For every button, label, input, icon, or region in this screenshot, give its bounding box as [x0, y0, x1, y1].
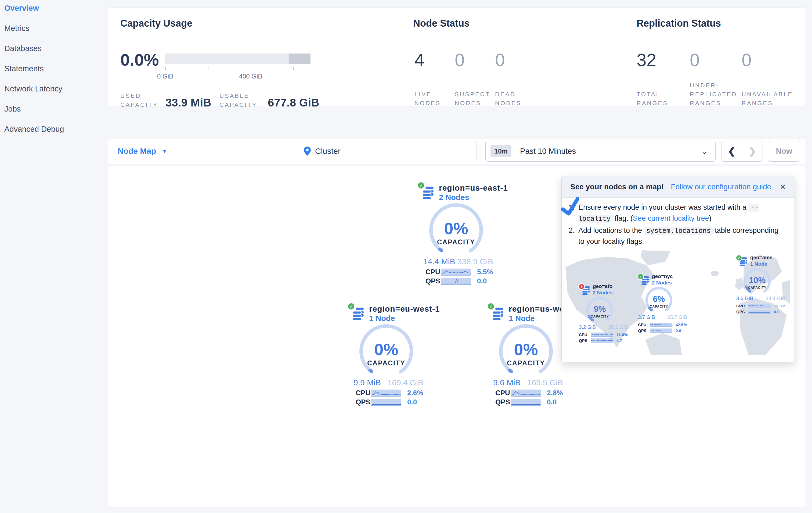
- cpu-sparkline: [441, 269, 471, 276]
- cpu-value: 42.5%: [675, 322, 687, 327]
- cpu-value: 5.5%: [477, 268, 493, 276]
- sidebar-item-databases[interactable]: Databases: [4, 41, 41, 56]
- time-range-label: Past 10 Minutes: [520, 147, 576, 156]
- live-nodes-value: 4: [414, 51, 452, 69]
- qps-row: QPS 0.0: [356, 398, 417, 406]
- used-capacity: 3.2 GiB: [579, 324, 596, 330]
- sidebar-item-metrics[interactable]: Metrics: [4, 21, 29, 36]
- cpu-sparkline: [748, 304, 771, 308]
- qps-value: 0.0: [774, 309, 780, 314]
- capacity-bar: [165, 54, 311, 64]
- used-capacity: 14.4 MiB: [423, 257, 455, 266]
- status-error-icon: !: [578, 284, 585, 290]
- used-capacity: 9.9 MiB: [353, 378, 381, 387]
- setup-step-1: 1. Ensure every node in your cluster was…: [569, 202, 785, 224]
- unavailable-label: UNAVAILABLE RANGES: [742, 90, 795, 108]
- setup-step-2: 2. Add locations to the system.locations…: [569, 225, 785, 247]
- cpu-label: CPU: [579, 332, 591, 337]
- qps-sparkline: [511, 399, 541, 406]
- used-capacity: 3.7 GiB: [638, 314, 655, 320]
- sidebar-item-advanced-debug[interactable]: Advanced Debug: [4, 122, 64, 137]
- next-interval-button[interactable]: ❯: [742, 141, 762, 161]
- system-locations-code: system.locations: [644, 227, 713, 235]
- region-nodes-link[interactable]: 2 Nodes: [593, 290, 613, 296]
- gauge-percent: 0%: [359, 340, 413, 359]
- view-mode-label: Node Map: [118, 146, 156, 156]
- cpu-row: CPU 5.5%: [426, 268, 493, 276]
- cluster-summary-panel: Capacity Usage 0.0% 0 GiB 400 GiB USED C…: [108, 7, 805, 106]
- total-ranges-stat: 32 TOTAL RANGES: [637, 51, 682, 108]
- region-nodes-link[interactable]: 2 Nodes: [439, 193, 469, 202]
- breadcrumb[interactable]: Cluster: [304, 138, 341, 164]
- sidebar-item-overview[interactable]: Overview: [4, 1, 39, 16]
- sidebar-item-jobs[interactable]: Jobs: [4, 101, 21, 116]
- total-capacity: 34.4 GiB: [762, 296, 785, 301]
- status-ok-icon: ✓: [637, 273, 644, 280]
- cpu-row: CPU 11.0%: [579, 332, 628, 337]
- chevron-down-icon: ⌄: [701, 146, 708, 156]
- status-ok-icon: ✓: [348, 303, 355, 310]
- region-nodes-link[interactable]: 1 Node: [750, 261, 767, 267]
- cpu-sparkline: [650, 323, 672, 327]
- view-mode-dropdown[interactable]: Node Map ▾: [118, 138, 166, 164]
- locality-tree-link[interactable]: See current locality tree: [633, 214, 709, 222]
- gauge-percent: 0%: [429, 219, 483, 238]
- setup-steps: 1. Ensure every node in your cluster was…: [569, 202, 785, 248]
- cpu-row: CPU 12.3%: [736, 303, 785, 308]
- qps-label: QPS: [495, 398, 511, 406]
- qps-value: 0.0: [675, 328, 681, 333]
- dead-nodes-value: 0: [495, 51, 533, 69]
- region-nodes-link[interactable]: 2 Nodes: [652, 280, 672, 286]
- region-nodes-link[interactable]: 1 Node: [509, 314, 535, 323]
- step-number: 2.: [569, 225, 578, 247]
- cpu-sparkline: [591, 332, 613, 336]
- tick-label-400: 400 GiB: [239, 73, 262, 80]
- check-icon: [560, 197, 581, 217]
- total-capacity: 338.9 GiB: [456, 257, 493, 266]
- used-capacity: 3.6 GiB: [736, 296, 753, 301]
- suspect-nodes-label: SUSPECT NODES: [455, 90, 492, 108]
- qps-value: 0.0: [407, 398, 417, 406]
- tick: [251, 67, 251, 71]
- sidebar-item-statements[interactable]: Statements: [4, 61, 44, 76]
- replication-status-title: Replication Status: [637, 18, 721, 29]
- status-ok-icon: ✓: [736, 254, 742, 261]
- cpu-value: 2.8%: [547, 389, 563, 397]
- qps-row: QPS 0.0: [426, 277, 487, 285]
- cpu-sparkline: [371, 389, 401, 397]
- live-nodes-label: LIVE NODES: [414, 90, 447, 108]
- used-capacity-label: USED CAPACITY: [120, 91, 166, 109]
- qps-sparkline: [591, 339, 613, 343]
- qps-sparkline: [650, 329, 672, 332]
- db-console-overview: Overview Metrics Databases Statements Ne…: [0, 0, 812, 513]
- region-title: region=eu-west-1: [369, 304, 440, 314]
- close-icon[interactable]: ✕: [780, 183, 786, 191]
- status-ok-icon: ✓: [417, 182, 425, 189]
- total-capacity: 169.5 GiB: [525, 378, 563, 387]
- prev-interval-button[interactable]: ❮: [722, 141, 742, 161]
- map-toolbar: Node Map ▾ Cluster 10m Past 10 Minutes ⌄…: [108, 138, 805, 164]
- sidebar-item-network-latency[interactable]: Network Latency: [4, 81, 62, 96]
- toolbar-divider: [476, 141, 476, 161]
- qps-row: QPS 4.7: [579, 338, 622, 343]
- usable-capacity-value: 677.8 GiB: [268, 96, 319, 109]
- cpu-value: 2.6%: [407, 389, 423, 397]
- qps-label: QPS: [736, 309, 748, 314]
- gauge-capacity-label: CAPACITY: [359, 359, 413, 367]
- gauge-percent: 9%: [586, 304, 613, 314]
- configuration-guide-link[interactable]: Follow our configuration guide: [671, 183, 772, 191]
- database-nodes-icon: [422, 187, 435, 200]
- gauge-percent: 0%: [499, 340, 553, 359]
- time-range-select[interactable]: 10m Past 10 Minutes ⌄: [485, 141, 716, 162]
- qps-label: QPS: [638, 328, 650, 333]
- region-title: geo=sfo: [593, 284, 612, 289]
- cpu-label: CPU: [638, 322, 650, 327]
- region-title: geo=ams: [750, 254, 773, 261]
- cpu-label: CPU: [426, 268, 441, 276]
- used-capacity-stat: USED CAPACITY 33.9 MiB: [120, 91, 211, 109]
- under-replicated-ranges-stat: 0 UNDER-REPLICATED RANGES: [690, 51, 741, 108]
- now-button[interactable]: Now: [768, 141, 800, 162]
- region-nodes-link[interactable]: 1 Node: [369, 314, 395, 323]
- database-nodes-icon: [492, 307, 504, 322]
- tick-label-0: 0 GiB: [157, 73, 173, 80]
